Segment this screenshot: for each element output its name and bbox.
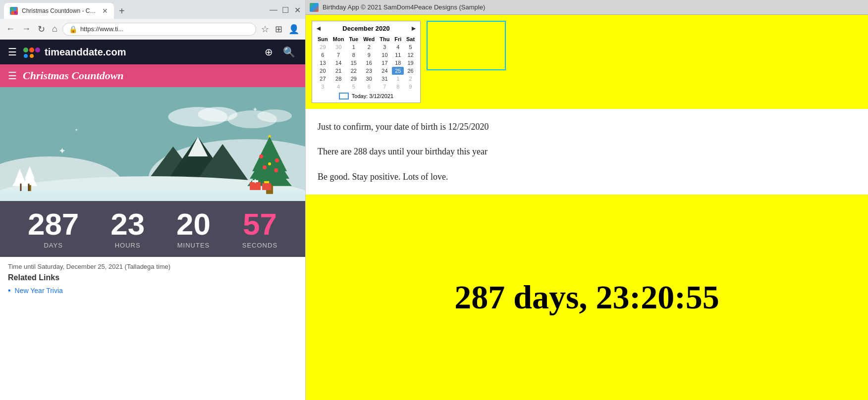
cal-day[interactable]: 30 (361, 75, 377, 83)
cal-day[interactable]: 29 (347, 75, 361, 83)
profile-icon[interactable]: 👤 (286, 22, 301, 37)
tab-close-button[interactable]: ✕ (102, 7, 108, 15)
cal-day[interactable]: 4 (392, 43, 404, 51)
calendar-header-row: Sun Mon Tue Wed Thu Fri Sat (315, 35, 417, 43)
minutes-label: MINUTES (177, 242, 210, 249)
cal-day[interactable]: 2 (404, 75, 417, 83)
calendar-grid: Sun Mon Tue Wed Thu Fri Sat 29 30 (315, 35, 417, 91)
cal-day[interactable]: 31 (377, 75, 392, 83)
col-thu: Thu (377, 35, 392, 43)
col-fri: Fri (392, 35, 404, 43)
cal-row: 29 30 1 2 3 4 5 (315, 43, 417, 51)
app-icon (310, 3, 319, 12)
forward-button[interactable]: → (20, 22, 33, 36)
days-value: 287 (28, 209, 79, 240)
hours-label: HOURS (115, 242, 141, 249)
cal-row: 6 7 8 9 10 11 12 (315, 51, 417, 59)
calendar-month-year: December 2020 (342, 25, 389, 32)
cal-day[interactable]: 19 (404, 59, 417, 67)
cal-day[interactable]: 3 (315, 83, 330, 91)
cal-day[interactable]: 2 (361, 43, 377, 51)
cal-day[interactable]: 9 (404, 83, 417, 91)
cal-day[interactable]: 11 (392, 51, 404, 59)
close-button[interactable]: ✕ (293, 5, 301, 13)
svg-point-13 (257, 109, 292, 122)
site-name: timeanddate.com (45, 47, 126, 58)
cal-row: 3 4 5 6 7 8 9 (315, 83, 417, 91)
cal-day[interactable]: 16 (361, 59, 377, 67)
cal-day[interactable]: 30 (330, 43, 347, 51)
calendar-today-row: Today: 3/12/2021 (315, 93, 417, 100)
cal-day[interactable]: 28 (330, 75, 347, 83)
star-icon[interactable]: ☆ (259, 22, 271, 37)
refresh-button[interactable]: ↻ (36, 22, 47, 37)
svg-point-35 (275, 158, 279, 162)
new-year-trivia-link[interactable]: New Year Trivia (15, 287, 63, 295)
cal-day[interactable]: 1 (347, 43, 361, 51)
cal-day[interactable]: 9 (361, 51, 377, 59)
svg-point-7 (24, 54, 28, 58)
cal-day[interactable]: 24 (377, 67, 392, 75)
cal-day[interactable]: 29 (315, 43, 330, 51)
countdown-hamburger[interactable]: ☰ (8, 70, 17, 82)
bottom-yellow-section: 287 days, 23:20:55 (306, 195, 868, 400)
hours-value: 23 (110, 209, 145, 240)
seconds-label: SECONDS (242, 242, 277, 249)
cal-day[interactable]: 18 (392, 59, 404, 67)
svg-point-5 (29, 48, 34, 52)
site-share-button[interactable]: ⊕ (263, 44, 275, 60)
active-tab[interactable]: Christmas Countdown - Countdo ✕ (4, 3, 114, 19)
cal-day[interactable]: 21 (330, 67, 347, 75)
site-search-button[interactable]: 🔍 (281, 44, 297, 60)
logo-dots-icon (23, 46, 41, 58)
cal-day[interactable]: 13 (315, 59, 330, 67)
cal-day[interactable]: 20 (315, 67, 330, 75)
cal-day[interactable]: 7 (330, 51, 347, 59)
cal-day[interactable]: 6 (315, 51, 330, 59)
cal-day[interactable]: 14 (330, 59, 347, 67)
svg-point-1 (14, 8, 17, 11)
cal-day[interactable]: 1 (392, 75, 404, 83)
cal-day[interactable]: 8 (392, 83, 404, 91)
svg-text:✦: ✦ (252, 105, 258, 113)
site-toolbar-right: ⊕ 🔍 (263, 44, 297, 60)
app-content: ◄ December 2020 ► Sun Mon Tue Wed Thu Fr… (306, 15, 868, 400)
cal-day[interactable]: 7 (377, 83, 392, 91)
calendar-next-button[interactable]: ► (410, 24, 417, 32)
cal-day[interactable]: 12 (404, 51, 417, 59)
cal-day[interactable]: 8 (347, 51, 361, 59)
maximize-button[interactable]: ☐ (281, 5, 289, 13)
col-sun: Sun (315, 35, 330, 43)
cal-day[interactable]: 27 (315, 75, 330, 83)
countdown-caption: Time until Saturday, December 25, 2021 (… (8, 263, 297, 270)
minutes-value: 20 (176, 209, 211, 240)
cal-day[interactable]: 23 (361, 67, 377, 75)
url-text: https://www.ti... (80, 25, 123, 33)
site-menu-button[interactable]: ☰ (8, 46, 17, 58)
new-tab-button[interactable]: + (115, 3, 129, 19)
cal-day[interactable]: 4 (330, 83, 347, 91)
cal-day[interactable]: 5 (347, 83, 361, 91)
message-section: Just to confirm, your date of birth is 1… (306, 109, 868, 195)
cal-day[interactable]: 3 (377, 43, 392, 51)
cal-day[interactable]: 22 (347, 67, 361, 75)
site-header: ☰ timeanddate.com ⊕ 🔍 (0, 40, 305, 64)
cal-day[interactable]: 17 (377, 59, 392, 67)
days-message: There are 288 days until your birthday t… (318, 144, 856, 159)
cal-day[interactable]: 6 (361, 83, 377, 91)
cal-day[interactable]: 26 (404, 67, 417, 75)
calendar-header: ◄ December 2020 ► (315, 24, 417, 32)
cal-day[interactable]: 15 (347, 59, 361, 67)
home-button[interactable]: ⌂ (50, 22, 59, 36)
cal-day[interactable]: 5 (404, 43, 417, 51)
back-button[interactable]: ← (4, 22, 17, 36)
calendar-prev-button[interactable]: ◄ (315, 24, 322, 32)
address-bar[interactable]: 🔒 https://www.ti... (62, 23, 256, 36)
cal-day[interactable]: 10 (377, 51, 392, 59)
collection-icon[interactable]: ⊞ (273, 22, 284, 37)
toolbar-icons: ☆ ⊞ 👤 (259, 22, 301, 37)
svg-point-2 (11, 11, 14, 14)
big-countdown-text: 287 days, 23:20:55 (454, 278, 719, 317)
minimize-button[interactable]: — (270, 5, 277, 13)
cal-day-selected[interactable]: 25 (392, 67, 404, 75)
